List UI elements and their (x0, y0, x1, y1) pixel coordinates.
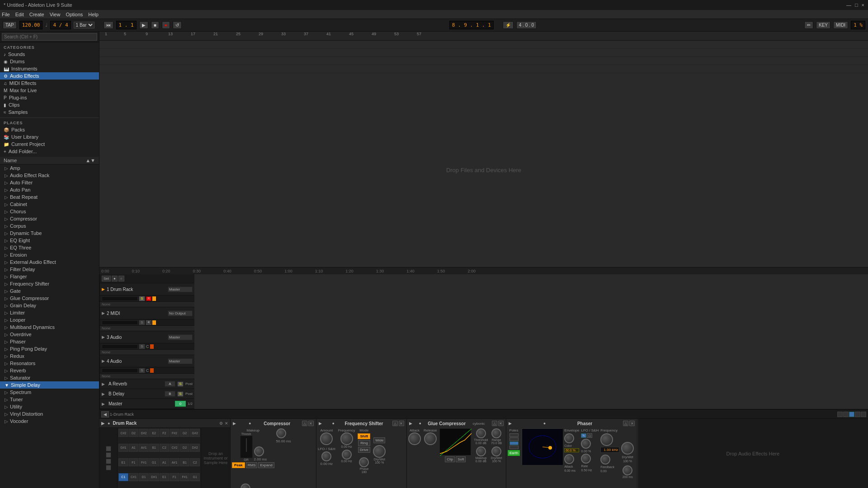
glue-release-knob[interactable] (424, 432, 437, 445)
pad-d1[interactable]: D1 (139, 473, 149, 481)
rewind-btn[interactable]: ⏮ (104, 21, 113, 29)
pole-1[interactable] (509, 433, 519, 437)
drum-drop-instrument[interactable]: Drop an Instrument or Sample Here (201, 428, 230, 488)
browser-item-simple-delay[interactable]: ▼Simple Delay (0, 381, 99, 389)
browser-item-ping-pong-delay[interactable]: ▷Ping Pong Delay (0, 345, 99, 352)
browser-item-reverb[interactable]: ▷Reverb (0, 367, 99, 374)
freq-close[interactable]: ✕ (399, 421, 404, 426)
pad-fs1[interactable]: F#1 (139, 458, 149, 466)
track3-s-btn[interactable]: S (139, 344, 145, 349)
pad-a1[interactable]: A1 (129, 444, 139, 452)
browser-item-flanger[interactable]: ▷Flanger (0, 273, 99, 280)
pad-btn-1[interactable] (837, 412, 843, 417)
drum-rack-ctrl-1[interactable]: ⚙ (219, 421, 223, 426)
freq-drive-btn[interactable]: Drive (358, 447, 370, 453)
comp-drywet-knob[interactable] (241, 483, 250, 488)
window-controls[interactable]: — □ × (846, 2, 864, 8)
pad-fs2[interactable]: F#2 (170, 429, 179, 437)
sidebar-item-midi-effects[interactable]: ♫ MIDI Effects (0, 80, 99, 87)
drum-left-pad-1[interactable] (106, 446, 111, 451)
tap-button[interactable]: TAP (3, 21, 17, 29)
midi-btn[interactable]: MIDI (833, 21, 848, 29)
track3-output[interactable]: Master (168, 334, 193, 340)
pad-btn-2[interactable] (843, 412, 849, 417)
drum-left-pad-2[interactable] (106, 452, 111, 458)
pad-b1b[interactable]: B1 (180, 458, 190, 466)
comp-peak-btn[interactable]: Peak (232, 462, 245, 468)
glue-makeup-knob[interactable] (476, 446, 486, 456)
freq-lfo-knob[interactable] (321, 451, 331, 461)
drum-left-pad-4[interactable] (106, 465, 111, 470)
track2-fader[interactable] (102, 320, 138, 325)
pad-ds2b[interactable]: D#2 (190, 444, 200, 452)
phaser-fold[interactable]: △ (623, 421, 628, 426)
pad-c1[interactable]: C1 (118, 473, 128, 481)
sidebar-item-drums[interactable]: ◉ Drums (0, 58, 99, 65)
pad-g2[interactable]: G2 (180, 429, 190, 437)
phaser-earth-btn[interactable]: Earth (508, 450, 520, 456)
freq-shift-btn[interactable]: Shift (358, 433, 370, 439)
freq-fold[interactable]: △ (392, 421, 398, 426)
pad-as1[interactable]: A#1 (139, 444, 149, 452)
comp-release-knob[interactable] (276, 428, 286, 438)
comp-expand-btn[interactable]: Expand (258, 462, 274, 468)
pad-f1b[interactable]: F1 (170, 473, 179, 481)
track1-output[interactable]: Master (168, 286, 193, 292)
freq-shifter-on[interactable]: ● (332, 421, 335, 426)
freq-drywet-knob[interactable] (373, 445, 386, 458)
sidebar-item-max-for-live[interactable]: M Max for Live (0, 87, 99, 94)
pad-gs2[interactable]: G#2 (190, 429, 200, 437)
phaser-lfo-sqr[interactable]: □ (587, 433, 592, 438)
drum-left-pad-3[interactable] (106, 459, 111, 464)
glue-on[interactable]: ● (419, 421, 421, 426)
pole-2[interactable] (509, 437, 519, 441)
track2-rec-btn[interactable]: R (146, 320, 151, 325)
glue-attack-knob[interactable] (408, 432, 421, 445)
record-btn[interactable]: ● (162, 21, 170, 29)
phaser-close[interactable]: ✕ (629, 421, 635, 426)
sidebar-item-plug-ins[interactable]: P Plug-ins (0, 94, 99, 101)
maximize-btn[interactable]: □ (855, 2, 858, 8)
pad-c2[interactable]: C#2 (118, 429, 128, 437)
browser-item-vocoder[interactable]: ▷Vocoder (0, 418, 99, 425)
browser-item-saturator[interactable]: ▷Saturator (0, 374, 99, 381)
pad-d2[interactable]: D2 (129, 429, 139, 437)
browser-item-gate[interactable]: ▷Gate (0, 287, 99, 295)
pad-e2[interactable]: E2 (149, 429, 159, 437)
browser-item-glue-compressor[interactable]: ▷Glue Compressor (0, 295, 99, 302)
mixer-btn-1[interactable]: ● (112, 276, 118, 282)
freq-coarse-knob[interactable] (342, 450, 352, 460)
track1-rec-btn[interactable]: R (146, 296, 151, 301)
compressor-expand[interactable]: ▶ (233, 421, 236, 426)
browser-item-cabinet[interactable]: ▷Cabinet (0, 201, 99, 208)
pad-e1b[interactable]: E1 (160, 473, 170, 481)
browser-item-erosion[interactable]: ▷Erosion (0, 251, 99, 258)
browser-item-beat-repeat[interactable]: ▷Beat Repeat (0, 193, 99, 201)
pad-cs1[interactable]: C#1 (129, 473, 139, 481)
glue-expand[interactable]: ▶ (409, 421, 412, 426)
place-add-folder[interactable]: + Add Folder... (0, 148, 99, 155)
pad-c2b[interactable]: C2 (160, 444, 170, 452)
pad-ds1[interactable]: D#1 (149, 473, 159, 481)
phaser-atk-knob[interactable] (564, 454, 574, 464)
phaser-rate-knob[interactable] (581, 454, 591, 464)
pad-gs1[interactable]: G#1 (118, 444, 128, 452)
freq-wide-btn[interactable]: Wide (373, 437, 385, 443)
bar-select[interactable]: 1 Bar (74, 22, 94, 28)
drum-rack-ctrl-2[interactable]: ✕ (225, 421, 228, 426)
phaser-amount-knob[interactable] (581, 439, 591, 449)
search-input[interactable] (2, 33, 97, 41)
pad-ds2[interactable]: D#2 (139, 429, 149, 437)
browser-item-auto-pan[interactable]: ▷Auto Pan (0, 186, 99, 193)
browser-item-spectrum[interactable]: ▷Spectrum (0, 389, 99, 396)
browser-item-external-audio-effect[interactable]: ▷External Audio Effect (0, 258, 99, 266)
track4-output[interactable]: Master (168, 358, 193, 364)
browser-item-filter-delay[interactable]: ▷Filter Delay (0, 266, 99, 273)
sidebar-item-clips[interactable]: ▮ Clips (0, 101, 99, 108)
pad-g1b[interactable]: G1 (190, 473, 200, 481)
comp-attack-knob[interactable] (254, 446, 264, 456)
phaser-fb-knob[interactable] (600, 455, 610, 465)
glue-fold[interactable]: △ (492, 421, 497, 426)
pad-f1[interactable]: F1 (129, 458, 139, 466)
mixer-btn-2[interactable]: ○ (118, 276, 124, 282)
